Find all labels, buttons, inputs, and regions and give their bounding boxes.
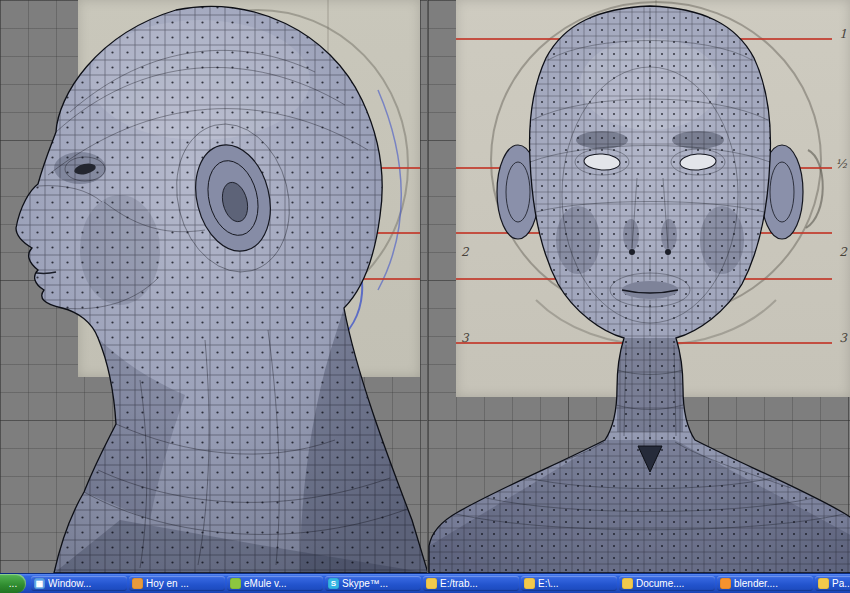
lips — [622, 281, 678, 299]
taskbar-button[interactable]: SSkype™... — [325, 576, 421, 591]
taskbar-button[interactable]: E:/trab... — [423, 576, 519, 591]
viewport-side-view[interactable] — [0, 0, 428, 573]
viewport-front-view[interactable]: 1½2323 — [428, 0, 850, 573]
taskbar-button[interactable]: Hoy en ... — [129, 576, 225, 591]
folder-icon — [524, 578, 535, 589]
taskbar-button-label: Skype™... — [342, 578, 388, 589]
taskbar-button-label: Pa... — [832, 578, 850, 589]
taskbar-button[interactable]: Docume.... — [619, 576, 715, 591]
nostril-right — [665, 249, 671, 255]
taskbar-button-label: Window... — [48, 578, 91, 589]
taskbar-button[interactable]: E:\... — [521, 576, 617, 591]
emule-icon — [230, 578, 241, 589]
folder-icon — [818, 578, 829, 589]
start-button-fragment[interactable]: ... — [0, 574, 26, 593]
taskbar-button-label: E:/trab... — [440, 578, 478, 589]
taskbar-button-label: Docume.... — [636, 578, 684, 589]
taskbar-button[interactable]: blender.... — [717, 576, 813, 591]
taskbar-button[interactable]: Pa... — [815, 576, 850, 591]
taskbar-button-label: eMule v... — [244, 578, 287, 589]
taskbar: ... ▦Window...Hoy en ...eMule v...SSkype… — [0, 573, 850, 593]
news-icon — [132, 578, 143, 589]
skype-icon: S — [328, 578, 339, 589]
blender-icon — [720, 578, 731, 589]
folder-icon — [426, 578, 437, 589]
3d-modeling-app: 1½2323 — [0, 0, 850, 593]
window-icon: ▦ — [34, 578, 45, 589]
taskbar-button-label: blender.... — [734, 578, 778, 589]
taskbar-button[interactable]: eMule v... — [227, 576, 323, 591]
taskbar-button-label: Hoy en ... — [146, 578, 189, 589]
head-mesh-side-view — [0, 0, 427, 573]
nostril-left — [629, 249, 635, 255]
folder-icon — [622, 578, 633, 589]
taskbar-button[interactable]: ▦Window... — [31, 576, 127, 591]
taskbar-buttons: ▦Window...Hoy en ...eMule v...SSkype™...… — [30, 574, 850, 593]
head-mesh-front-view — [428, 0, 850, 573]
taskbar-button-label: E:\... — [538, 578, 559, 589]
